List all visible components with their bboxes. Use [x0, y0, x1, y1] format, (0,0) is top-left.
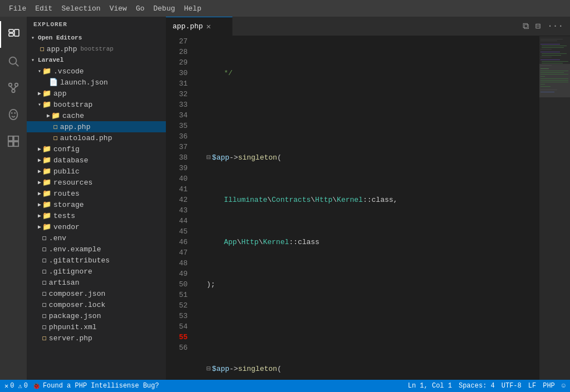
- editor-area: app.php ✕ ⧉ ⊟ ··· 27 28 29 30 31 32 33 3…: [166, 17, 570, 380]
- folder-icon-config: 📁: [42, 145, 51, 153]
- sidebar-content[interactable]: ▾ Open Editors ◻ app.php bootstrap ▾ Lar…: [27, 32, 166, 380]
- tree-item-gitignore[interactable]: ◻ .gitignore: [27, 266, 166, 277]
- tree-item-app[interactable]: ▶ 📁 app: [27, 88, 166, 99]
- tree-item-server-php[interactable]: ◻ server.php: [27, 333, 166, 344]
- code-line-33: [199, 321, 539, 332]
- tree-item-tests[interactable]: ▶ 📁 tests: [27, 210, 166, 221]
- menu-bar: File Edit Selection View Go Debug Help: [0, 0, 570, 17]
- folder-icon-vendor: 📁: [42, 222, 51, 231]
- minimap-viewport: [539, 64, 570, 97]
- search-activity-icon[interactable]: [0, 48, 27, 75]
- bug-text: Found a PHP Intellisense Bug?: [43, 382, 159, 390]
- status-bug-message[interactable]: 🐞 Found a PHP Intellisense Bug?: [32, 382, 159, 390]
- tree-item-storage[interactable]: ▶ 📁 storage: [27, 199, 166, 210]
- status-left: ✕ 0 ⚠ 0 🐞 Found a PHP Intellisense Bug?: [4, 382, 159, 390]
- menu-item-go[interactable]: Go: [131, 2, 149, 15]
- status-bar: ✕ 0 ⚠ 0 🐞 Found a PHP Intellisense Bug? …: [0, 380, 570, 392]
- menu-item-selection[interactable]: Selection: [57, 2, 105, 15]
- more-actions-button[interactable]: ···: [545, 19, 566, 33]
- warning-icon: ⚠: [18, 382, 22, 390]
- tree-item-package-json[interactable]: ◻ package.json: [27, 310, 166, 321]
- split-editor-button[interactable]: ⧉: [520, 19, 531, 34]
- menu-item-file[interactable]: File: [4, 2, 31, 15]
- tree-item-env-example[interactable]: ◻ .env.example: [27, 244, 166, 255]
- status-encoding[interactable]: UTF-8: [502, 382, 522, 390]
- svg-point-3: [9, 57, 17, 64]
- tree-item-vendor[interactable]: ▶ 📁 vendor: [27, 221, 166, 232]
- tree-item-public[interactable]: ▶ 📁 public: [27, 166, 166, 177]
- svg-rect-25: [540, 57, 552, 57]
- menu-item-view[interactable]: View: [105, 2, 131, 15]
- tree-item-composer-json[interactable]: ◻ composer.json: [27, 288, 166, 299]
- tree-item-autoload-php[interactable]: ◻ autoload.php: [27, 132, 166, 143]
- tree-item-app-php[interactable]: ◻ app.php: [27, 121, 166, 132]
- tab-close-button[interactable]: ✕: [207, 22, 211, 31]
- bug-icon: 🐞: [32, 382, 41, 390]
- source-control-activity-icon[interactable]: [0, 75, 27, 101]
- tree-item-env[interactable]: ◻ .env: [27, 232, 166, 244]
- debug-activity-icon[interactable]: [0, 101, 27, 128]
- folder-icon-storage: 📁: [42, 200, 51, 209]
- tree-item-routes[interactable]: ▶ 📁 routes: [27, 188, 166, 199]
- tree-item-vscode[interactable]: ▾ 📁 .vscode: [27, 66, 166, 77]
- toggle-panel-button[interactable]: ⊟: [533, 18, 543, 34]
- activity-bar: [0, 17, 27, 380]
- file-icon-phpunit-xml: ◻: [42, 322, 47, 331]
- menu-item-help[interactable]: Help: [180, 2, 206, 15]
- minimap: [539, 36, 570, 380]
- project-section[interactable]: ▾ Laravel: [27, 54, 166, 66]
- tree-item-composer-lock[interactable]: ◻ composer.lock: [27, 299, 166, 310]
- svg-line-4: [16, 63, 18, 66]
- explorer-activity-icon[interactable]: [0, 21, 27, 48]
- folder-icon-bootstrap: 📁: [42, 100, 51, 109]
- svg-line-9: [13, 86, 17, 90]
- svg-rect-0: [9, 29, 13, 32]
- menu-item-edit[interactable]: Edit: [31, 2, 57, 15]
- status-errors[interactable]: ✕ 0 ⚠ 0: [4, 382, 28, 390]
- editor-content: 27 28 29 30 31 32 33 34 35 36 37 38 39 4…: [166, 36, 570, 380]
- code-line-34: ⊟ $app->singleton(: [199, 364, 539, 374]
- svg-rect-22: [540, 52, 560, 52]
- tree-item-cache[interactable]: ▶ 📁 cache: [27, 110, 166, 121]
- folder-icon-resources: 📁: [42, 178, 51, 187]
- folder-icon-tests: 📁: [42, 211, 51, 220]
- code-area[interactable]: */ ⊟ $app->singleton( Illuminate\Contrac: [196, 36, 539, 380]
- open-editors-section[interactable]: ▾ Open Editors: [27, 32, 166, 43]
- tab-app-php[interactable]: app.php ✕: [166, 17, 233, 36]
- extensions-activity-icon[interactable]: [0, 128, 27, 155]
- tree-item-resources[interactable]: ▶ 📁 resources: [27, 177, 166, 188]
- status-smiley[interactable]: ☺: [562, 382, 566, 390]
- status-line-ending[interactable]: LF: [528, 382, 536, 390]
- php-file-icon-autoload: ◻: [53, 133, 58, 142]
- tree-item-bootstrap[interactable]: ▾ 📁 bootstrap: [27, 99, 166, 110]
- tree-item-config[interactable]: ▶ 📁 config: [27, 143, 166, 155]
- main-layout: Explorer ▾ Open Editors ◻ app.php bootst…: [0, 17, 570, 380]
- tree-item-gitattributes[interactable]: ◻ .gitattributes: [27, 255, 166, 266]
- php-file-icon: ◻: [40, 44, 45, 53]
- svg-rect-16: [540, 39, 563, 39]
- open-editors-arrow: ▾: [31, 34, 35, 41]
- svg-line-8: [11, 86, 14, 90]
- status-spaces[interactable]: Spaces: 4: [459, 382, 495, 390]
- open-editor-app-php[interactable]: ◻ app.php bootstrap: [27, 43, 166, 54]
- code-line-31: App\Http\Kernel::class: [199, 237, 539, 247]
- svg-rect-12: [8, 136, 13, 141]
- folder-icon-vscode: 📁: [42, 67, 51, 76]
- svg-point-5: [9, 83, 12, 87]
- tree-item-database[interactable]: ▶ 📁 database: [27, 155, 166, 166]
- svg-rect-18: [540, 44, 560, 44]
- menu-item-debug[interactable]: Debug: [149, 2, 179, 15]
- folder-icon-routes: 📁: [42, 189, 51, 198]
- code-line-27: */: [199, 68, 539, 78]
- svg-rect-24: [542, 55, 561, 56]
- tree-item-artisan[interactable]: ◻ artisan: [27, 277, 166, 288]
- status-language[interactable]: PHP: [543, 382, 555, 390]
- file-icon-package-json: ◻: [42, 311, 47, 320]
- tree-item-phpunit-xml[interactable]: ◻ phpunit.xml: [27, 321, 166, 333]
- status-cursor-position[interactable]: Ln 1, Col 1: [408, 382, 452, 390]
- svg-rect-17: [540, 41, 557, 41]
- warning-count: 0: [24, 382, 28, 390]
- svg-rect-26: [540, 59, 560, 60]
- folder-icon-app: 📁: [42, 89, 51, 98]
- tree-item-launch-json[interactable]: 📄 launch.json: [27, 77, 166, 88]
